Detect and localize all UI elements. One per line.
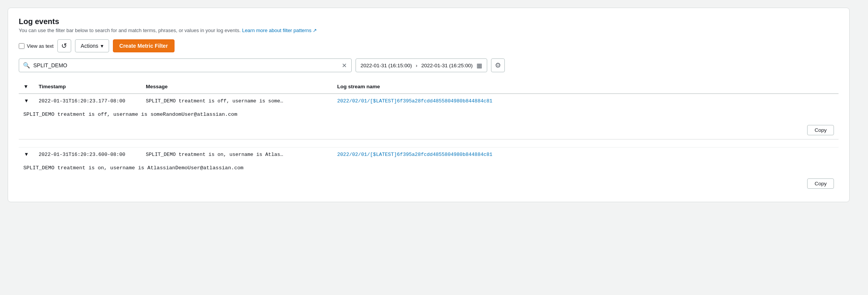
date-start: 2022-01-31 (16:15:00) [361,63,412,68]
external-link-icon: ↗ [313,28,317,33]
row-expanded-content: SPLIT_DEMO treatment is on, username is … [19,161,839,175]
table-row-expanded: SPLIT_DEMO treatment is off, username is… [19,108,839,121]
col-header-toggle: ▼ [19,80,34,94]
refresh-button[interactable]: ↺ [57,39,71,52]
settings-button[interactable]: ⚙ [491,58,505,72]
row-message: SPLIT_DEMO treatment is on, username is … [141,148,333,162]
logstream-link[interactable]: 2022/02/01/[$LATEST]6f395a28fcdd48558049… [337,98,493,104]
table-row-expanded: SPLIT_DEMO treatment is on, username is … [19,161,839,175]
copy-button[interactable]: Copy [807,125,834,135]
divider [19,139,839,148]
copy-button[interactable]: Copy [807,178,834,189]
search-box: 🔍 ✕ [19,58,352,72]
row-copy-cell: Copy [19,175,839,193]
table-row-copy: Copy [19,121,839,139]
actions-button[interactable]: Actions ▾ [75,39,109,52]
search-icon: 🔍 [23,62,30,69]
learn-more-link[interactable]: Learn more about filter patterns ↗ [242,28,317,33]
settings-icon: ⚙ [495,61,501,70]
row-logstream: 2022/02/01/[$LATEST]6f395a28fcdd48558049… [333,148,839,162]
row-expanded-content: SPLIT_DEMO treatment is off, username is… [19,108,839,121]
row-expand-icon[interactable]: ▼ [24,151,29,157]
date-range-arrow: › [416,63,417,68]
table-row: ▼ 2022-01-31T16:20:23.177-08:00 SPLIT_DE… [19,94,839,108]
col-header-logstream: Log stream name [333,80,839,94]
row-timestamp: 2022-01-31T16:20:23.600-08:00 [34,148,141,162]
log-events-container: Log events You can use the filter bar be… [8,8,850,202]
date-range-picker[interactable]: 2022-01-31 (16:15:00) › 2022-01-31 (16:2… [356,58,487,72]
search-input[interactable] [33,62,341,68]
chevron-down-icon: ▾ [101,43,103,49]
col-header-message: Message [141,80,333,94]
sort-icon: ▼ [23,84,28,89]
view-as-text-label[interactable]: View as text [19,43,54,49]
date-end: 2022-01-31 (16:25:00) [421,63,473,68]
search-clear-button[interactable]: ✕ [341,62,348,69]
row-toggle-cell: ▼ [19,94,34,108]
search-row: 🔍 ✕ 2022-01-31 (16:15:00) › 2022-01-31 (… [19,58,839,72]
page-title: Log events [19,17,839,26]
table-row: ▼ 2022-01-31T16:20:23.600-08:00 SPLIT_DE… [19,148,839,162]
row-timestamp: 2022-01-31T16:20:23.177-08:00 [34,94,141,108]
row-copy-cell: Copy [19,121,839,139]
row-expand-icon[interactable]: ▼ [24,98,29,104]
row-message: SPLIT_DEMO treatment is off, username is… [141,94,333,108]
table-row-copy: Copy [19,175,839,193]
row-logstream: 2022/02/01/[$LATEST]6f395a28fcdd48558049… [333,94,839,108]
col-header-timestamp: Timestamp [34,80,141,94]
create-metric-filter-button[interactable]: Create Metric Filter [113,39,175,52]
table-row-divider [19,139,839,148]
view-as-text-checkbox[interactable] [19,43,24,49]
refresh-icon: ↺ [61,42,67,50]
row-toggle-cell: ▼ [19,148,34,162]
page-subtitle: You can use the filter bar below to sear… [19,28,839,33]
calendar-icon[interactable]: ▦ [476,62,482,69]
page-header: Log events You can use the filter bar be… [19,17,839,33]
toolbar: View as text ↺ Actions ▾ Create Metric F… [19,39,839,52]
logstream-link[interactable]: 2022/02/01/[$LATEST]6f395a28fcdd48558049… [337,152,493,157]
log-events-table: ▼ Timestamp Message Log stream name ▼ [19,80,839,193]
table-header-row: ▼ Timestamp Message Log stream name [19,80,839,94]
